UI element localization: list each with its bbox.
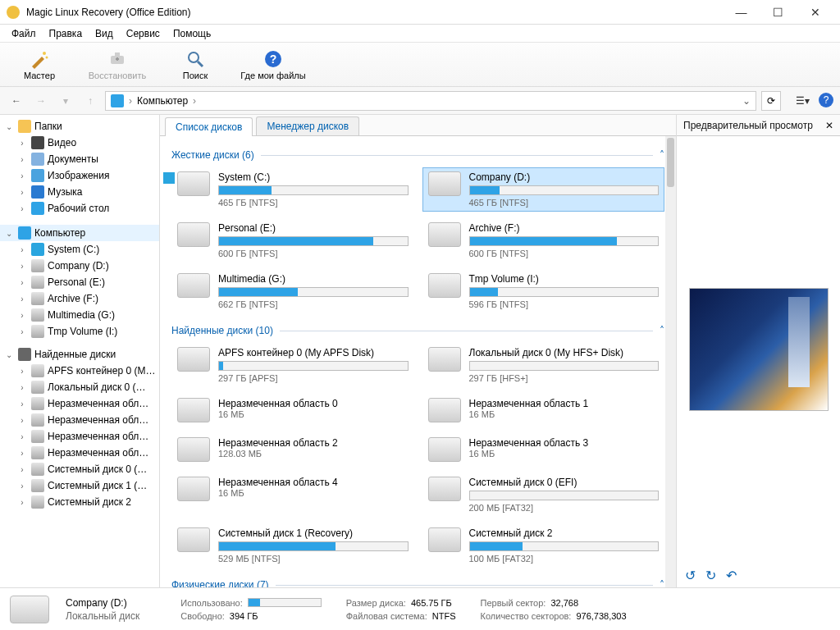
tree-item[interactable]: ›Multimedia (G:) xyxy=(0,307,159,323)
twisty-icon[interactable]: › xyxy=(16,449,28,458)
twisty-icon[interactable]: › xyxy=(16,262,28,271)
minimize-button[interactable]: — xyxy=(723,0,760,25)
where-files-button[interactable]: ? Где мои файлы xyxy=(228,45,318,84)
twisty-icon[interactable]: › xyxy=(16,139,28,148)
twisty-icon[interactable]: ⌄ xyxy=(3,122,15,131)
close-button[interactable]: ✕ xyxy=(797,0,833,25)
disk-item[interactable]: Archive (F:) 600 ГБ [NTFS] xyxy=(422,218,665,262)
menu-edit[interactable]: Правка xyxy=(43,26,89,41)
nav-history-drop[interactable]: ▾ xyxy=(56,91,75,111)
disk-item[interactable]: Personal (E:) 600 ГБ [NTFS] xyxy=(171,218,414,262)
breadcrumb-drop-icon[interactable]: ⌄ xyxy=(742,95,751,107)
disk-area[interactable]: Жесткие диски (6) ˄ System (C:) 465 ГБ [… xyxy=(160,136,676,587)
tree-item[interactable]: ⌄Найденные диски xyxy=(0,346,159,363)
twisty-icon[interactable]: › xyxy=(16,327,28,336)
disk-item[interactable]: Company (D:) 465 ГБ [NTFS] xyxy=(422,167,665,212)
menu-service[interactable]: Сервис xyxy=(120,26,167,41)
disk-item[interactable]: Системный диск 1 (Recovery) 529 МБ [NTFS… xyxy=(171,523,414,568)
disk-item[interactable]: Multimedia (G:) 662 ГБ [NTFS] xyxy=(171,269,414,313)
tree-item[interactable]: ›Системный диск 0 (… xyxy=(0,461,159,477)
preview-close-icon[interactable]: ✕ xyxy=(825,120,833,131)
tree-item[interactable]: ›Archive (F:) xyxy=(0,290,159,307)
tree-item[interactable]: ›Видео xyxy=(0,135,159,151)
tree-item[interactable]: ›Неразмеченная обл… xyxy=(0,412,159,428)
view-mode-button[interactable]: ☰▾ xyxy=(794,93,810,109)
help-button[interactable]: ? xyxy=(819,93,833,107)
twisty-icon[interactable]: › xyxy=(16,188,28,197)
section-hdd[interactable]: Жесткие диски (6) ˄ xyxy=(171,149,664,161)
section-found[interactable]: Найденные диски (10) ˄ xyxy=(171,325,664,336)
tree[interactable]: ⌄Папки›Видео›Документы›Изображения›Музык… xyxy=(0,115,159,587)
twisty-icon[interactable]: ⌄ xyxy=(3,350,15,359)
rotate-left-icon[interactable]: ↺ xyxy=(685,568,696,583)
twisty-icon[interactable]: › xyxy=(16,498,28,507)
disk-item[interactable]: Системный диск 2 100 МБ [FAT32] xyxy=(422,523,665,568)
disk-usage-bar xyxy=(469,491,660,500)
twisty-icon[interactable]: › xyxy=(16,311,28,320)
disk-item[interactable]: Неразмеченная область 4 16 МБ xyxy=(171,472,414,517)
breadcrumb-root[interactable]: Компьютер xyxy=(137,95,188,107)
twisty-icon[interactable]: › xyxy=(16,399,28,409)
twisty-icon[interactable]: › xyxy=(16,155,28,164)
tab-disk-manager[interactable]: Менеджер дисков xyxy=(256,116,359,135)
disk-item[interactable]: Tmp Volume (I:) 596 ГБ [NTFS] xyxy=(422,269,665,313)
tree-item[interactable]: ›Документы xyxy=(0,151,159,167)
tree-item[interactable]: ›Системный диск 2 xyxy=(0,494,159,510)
disk-item[interactable]: APFS контейнер 0 (My APFS Disk) 297 ГБ [… xyxy=(171,343,414,387)
collapse-icon[interactable]: ˄ xyxy=(660,325,664,336)
tree-item[interactable]: ⌄Компьютер xyxy=(0,225,159,241)
tree-item[interactable]: ›Музыка xyxy=(0,184,159,200)
tab-disk-list[interactable]: Список дисков xyxy=(165,117,253,136)
rotate-right-icon[interactable]: ↻ xyxy=(705,568,716,583)
tree-item[interactable]: ›Неразмеченная обл… xyxy=(0,428,159,445)
tree-item[interactable]: ›Personal (E:) xyxy=(0,274,159,290)
disk-item[interactable]: Системный диск 0 (EFI) 200 МБ [FAT32] xyxy=(422,472,665,517)
scrollbar-thumb[interactable] xyxy=(667,138,674,187)
tree-item[interactable]: ›APFS контейнер 0 (M… xyxy=(0,363,159,379)
twisty-icon[interactable]: › xyxy=(16,278,28,287)
collapse-icon[interactable]: ˄ xyxy=(660,149,664,161)
disk-item[interactable]: Неразмеченная область 2 128.03 МБ xyxy=(171,433,414,466)
disk-item[interactable]: Локальный диск 0 (My HFS+ Disk) 297 ГБ [… xyxy=(422,343,665,387)
tree-item[interactable]: ›Неразмеченная обл… xyxy=(0,445,159,461)
twisty-icon[interactable]: › xyxy=(16,367,28,376)
twisty-icon[interactable]: › xyxy=(16,482,28,491)
tree-label: Company (D:) xyxy=(48,260,109,272)
tree-item[interactable]: ›System (C:) xyxy=(0,241,159,258)
twisty-icon[interactable]: › xyxy=(16,383,28,392)
twisty-icon[interactable]: › xyxy=(16,416,28,425)
tree-item[interactable]: ›Рабочий стол xyxy=(0,200,159,217)
reset-icon[interactable]: ↶ xyxy=(726,568,737,583)
maximize-button[interactable]: ☐ xyxy=(760,0,797,25)
twisty-icon[interactable]: › xyxy=(16,465,28,474)
tree-item[interactable]: ›Системный диск 1 (… xyxy=(0,477,159,494)
sidebar: ⌄Папки›Видео›Документы›Изображения›Музык… xyxy=(0,115,160,587)
disk-item[interactable]: Неразмеченная область 3 16 МБ xyxy=(422,433,665,466)
twisty-icon[interactable]: › xyxy=(16,245,28,254)
collapse-icon[interactable]: ˄ xyxy=(660,579,664,587)
disk-item[interactable]: Неразмеченная область 0 16 МБ xyxy=(171,394,414,427)
tree-item[interactable]: ⌄Папки xyxy=(0,118,159,135)
tree-item[interactable]: ›Изображения xyxy=(0,167,159,184)
scrollbar[interactable] xyxy=(665,136,676,587)
wizard-button[interactable]: Мастер xyxy=(7,45,72,84)
twisty-icon[interactable]: › xyxy=(16,171,28,180)
disk-item[interactable]: System (C:) 465 ГБ [NTFS] xyxy=(171,167,414,212)
tree-item[interactable]: ›Локальный диск 0 (… xyxy=(0,379,159,395)
twisty-icon[interactable]: › xyxy=(16,432,28,441)
tree-item[interactable]: ›Company (D:) xyxy=(0,258,159,274)
tree-item[interactable]: ›Tmp Volume (I:) xyxy=(0,323,159,340)
menu-file[interactable]: Файл xyxy=(5,26,43,41)
search-button[interactable]: Поиск xyxy=(162,45,228,84)
twisty-icon[interactable]: › xyxy=(16,294,28,304)
tree-item[interactable]: ›Неразмеченная обл… xyxy=(0,395,159,412)
menu-help[interactable]: Помощь xyxy=(167,26,217,41)
disk-item[interactable]: Неразмеченная область 1 16 МБ xyxy=(422,394,665,427)
twisty-icon[interactable]: › xyxy=(16,204,28,213)
twisty-icon[interactable]: ⌄ xyxy=(3,229,15,238)
nav-back[interactable]: ← xyxy=(7,91,26,111)
menu-view[interactable]: Вид xyxy=(89,26,120,41)
refresh-button[interactable]: ⟳ xyxy=(761,91,781,111)
breadcrumb[interactable]: › Компьютер › ⌄ xyxy=(105,91,756,111)
section-physical[interactable]: Физические диски (7) ˄ xyxy=(171,579,664,587)
